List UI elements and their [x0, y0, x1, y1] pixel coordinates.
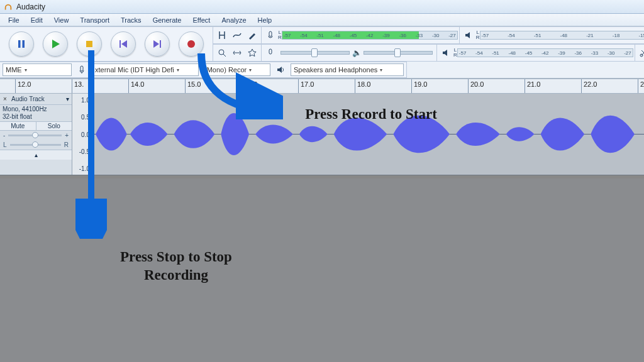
svg-point-5 [187, 40, 195, 48]
play-device-label: Speakers and Headphones [294, 66, 377, 74]
collapse-button[interactable]: ▴ [0, 150, 72, 160]
svg-rect-4 [160, 40, 161, 48]
edit-toolbar [635, 44, 644, 62]
pause-button[interactable] [9, 31, 34, 57]
menu-transport[interactable]: Transport [75, 15, 114, 25]
menu-file[interactable]: File [4, 15, 24, 25]
track-name[interactable]: Audio Track [10, 96, 63, 102]
ruler-tick: 20.0 [468, 79, 484, 93]
host-label: MME [6, 66, 22, 74]
draw-tool[interactable] [245, 28, 260, 43]
right-meter-group: LR -57-54-51-48-21-18-15-12-9-6-30 [459, 26, 644, 44]
rec-volume-slider[interactable] [280, 51, 350, 55]
ruler-tick: 22.0 [581, 79, 597, 93]
headphones-icon [4, 3, 13, 11]
play-meter-group: LR -57-54-51-48-45-42-39-36-33-30-27 [436, 44, 635, 62]
record-arrow-annotation [189, 50, 283, 119]
speaker-volume-icon: 🔈 [352, 48, 361, 57]
svg-rect-3 [119, 40, 121, 48]
track-menu-arrow[interactable]: ▾ [63, 96, 72, 102]
play-volume-slider[interactable] [364, 51, 433, 55]
right-meter[interactable]: -57-54-51-48-21-18-15-12-9-6-30 [480, 31, 644, 40]
chevron-down-icon: ▾ [380, 67, 382, 73]
close-track-button[interactable]: × [0, 96, 10, 102]
selection-tool[interactable] [214, 28, 230, 43]
chevron-down-icon: ▾ [177, 67, 179, 73]
pan-slider[interactable]: L R [0, 140, 72, 150]
solo-button[interactable]: Solo [36, 122, 72, 130]
mic-icon-small[interactable] [263, 28, 278, 43]
ruler-tick: 18.0 [355, 79, 370, 93]
rec-device-combo[interactable]: xternal Mic (IDT High Defi ▾ [92, 63, 199, 76]
menu-tracks[interactable]: Tracks [116, 15, 146, 25]
ruler-tick: 21.0 [525, 79, 540, 93]
stop-arrow-annotation [75, 50, 107, 239]
ruler-tick: 12.0 [15, 79, 31, 93]
menu-edit[interactable]: Edit [26, 15, 47, 25]
envelope-tool[interactable] [230, 28, 245, 43]
ruler-tick: 23.0 [638, 79, 644, 93]
app-title: Audacity [16, 3, 45, 11]
stop-hint-text: Press Stop to Stop Recording [94, 248, 258, 285]
svg-rect-1 [23, 40, 25, 48]
skip-start-button[interactable] [111, 31, 136, 57]
ruler-tick: 17.0 [298, 79, 314, 93]
chevron-down-icon: ▾ [25, 67, 27, 73]
record-hint-text: Press Record to Start [277, 106, 465, 124]
menu-generate[interactable]: Generate [148, 15, 186, 25]
speaker-meter-icon[interactable] [438, 45, 453, 60]
skip-end-button[interactable] [145, 31, 170, 57]
rec-level-meter[interactable]: -57-54-51-48-45-42-39-36-33-30-27 [282, 31, 458, 40]
menu-effect[interactable]: Effect [189, 15, 215, 25]
tools-toolbar [213, 26, 262, 44]
svg-rect-2 [86, 41, 92, 47]
menu-view[interactable]: View [50, 15, 74, 25]
menu-help[interactable]: Help [253, 15, 277, 25]
menu-analyze[interactable]: Analyze [217, 15, 250, 25]
play-device-combo[interactable]: Speakers and Headphones ▾ [291, 63, 404, 76]
rec-meter-group: LR -57-54-51-48-45-42-39-36-33-30-27 [261, 26, 460, 44]
play-level-meter[interactable]: -57-54-51-48-45-42-39-36-33-30-27 [457, 48, 633, 57]
mute-button[interactable]: Mute [0, 122, 36, 130]
svg-rect-0 [18, 40, 21, 48]
volume-sliders: 🔈 [261, 44, 437, 62]
track-control-panel: × Audio Track ▾ Mono, 44100Hz 32-bit flo… [0, 94, 72, 175]
play-button[interactable] [43, 31, 68, 57]
ruler-tick: 14.0 [128, 79, 144, 93]
window-titlebar: Audacity [0, 0, 644, 14]
speaker-icon-small[interactable] [461, 28, 476, 43]
cut-button[interactable] [636, 45, 644, 60]
menu-bar: File Edit View Transport Tracks Generate… [0, 14, 644, 26]
track-info: Mono, 44100Hz 32-bit float [0, 105, 72, 121]
ruler-tick: 19.0 [411, 79, 427, 93]
audio-host-combo[interactable]: MME ▾ [3, 63, 72, 76]
gain-slider[interactable]: - + [0, 131, 72, 140]
